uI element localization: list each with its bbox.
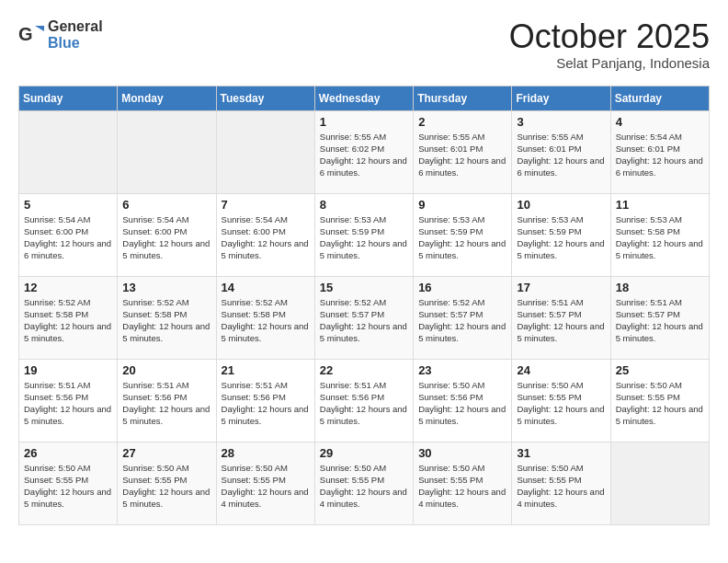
col-header-friday: Friday bbox=[512, 86, 610, 110]
col-header-sunday: Sunday bbox=[19, 86, 118, 110]
day-number: 21 bbox=[222, 363, 310, 377]
cell-info: Sunrise: 5:55 AM Sunset: 6:01 PM Dayligh… bbox=[517, 131, 605, 179]
calendar-cell: 19Sunrise: 5:51 AM Sunset: 5:56 PM Dayli… bbox=[19, 359, 118, 442]
day-number: 17 bbox=[517, 281, 605, 294]
calendar-header-row: SundayMondayTuesdayWednesdayThursdayFrid… bbox=[19, 86, 710, 110]
calendar-cell: 4Sunrise: 5:54 AM Sunset: 6:01 PM Daylig… bbox=[610, 110, 709, 193]
day-number: 30 bbox=[418, 446, 506, 460]
day-number: 8 bbox=[320, 198, 408, 212]
calendar-cell: 18Sunrise: 5:51 AM Sunset: 5:57 PM Dayli… bbox=[610, 276, 709, 359]
day-number: 14 bbox=[222, 281, 310, 294]
calendar-cell: 13Sunrise: 5:52 AM Sunset: 5:58 PM Dayli… bbox=[118, 276, 216, 359]
calendar-body: 1Sunrise: 5:55 AM Sunset: 6:02 PM Daylig… bbox=[19, 110, 710, 524]
cell-info: Sunrise: 5:50 AM Sunset: 5:55 PM Dayligh… bbox=[517, 379, 605, 428]
cell-info: Sunrise: 5:52 AM Sunset: 5:58 PM Dayligh… bbox=[222, 296, 310, 345]
calendar-cell: 6Sunrise: 5:54 AM Sunset: 6:00 PM Daylig… bbox=[118, 193, 216, 276]
cell-info: Sunrise: 5:50 AM Sunset: 5:55 PM Dayligh… bbox=[320, 462, 408, 511]
calendar-cell: 17Sunrise: 5:51 AM Sunset: 5:57 PM Dayli… bbox=[512, 276, 610, 359]
calendar-cell bbox=[610, 442, 709, 524]
cell-info: Sunrise: 5:54 AM Sunset: 6:00 PM Dayligh… bbox=[222, 213, 310, 262]
calendar-cell: 7Sunrise: 5:54 AM Sunset: 6:00 PM Daylig… bbox=[216, 193, 314, 276]
calendar-cell: 5Sunrise: 5:54 AM Sunset: 6:00 PM Daylig… bbox=[19, 193, 118, 276]
calendar-cell bbox=[19, 110, 118, 193]
cell-info: Sunrise: 5:51 AM Sunset: 5:57 PM Dayligh… bbox=[517, 296, 605, 345]
cell-info: Sunrise: 5:51 AM Sunset: 5:57 PM Dayligh… bbox=[616, 296, 704, 345]
cell-info: Sunrise: 5:53 AM Sunset: 5:59 PM Dayligh… bbox=[517, 213, 605, 262]
day-number: 7 bbox=[222, 198, 310, 212]
calendar-cell: 30Sunrise: 5:50 AM Sunset: 5:55 PM Dayli… bbox=[414, 442, 512, 524]
calendar-cell: 27Sunrise: 5:50 AM Sunset: 5:55 PM Dayli… bbox=[118, 442, 216, 524]
col-header-saturday: Saturday bbox=[610, 86, 709, 110]
cell-info: Sunrise: 5:51 AM Sunset: 5:56 PM Dayligh… bbox=[222, 379, 310, 428]
calendar-cell: 11Sunrise: 5:53 AM Sunset: 5:58 PM Dayli… bbox=[610, 193, 709, 276]
cell-info: Sunrise: 5:54 AM Sunset: 6:01 PM Dayligh… bbox=[616, 131, 704, 179]
svg-text:G: G bbox=[18, 24, 33, 44]
calendar-cell: 2Sunrise: 5:55 AM Sunset: 6:01 PM Daylig… bbox=[414, 110, 512, 193]
cell-info: Sunrise: 5:50 AM Sunset: 5:55 PM Dayligh… bbox=[517, 462, 605, 511]
col-header-wednesday: Wednesday bbox=[314, 86, 413, 110]
week-row-3: 12Sunrise: 5:52 AM Sunset: 5:58 PM Dayli… bbox=[19, 276, 710, 359]
calendar-cell: 3Sunrise: 5:55 AM Sunset: 6:01 PM Daylig… bbox=[512, 110, 610, 193]
calendar-cell: 12Sunrise: 5:52 AM Sunset: 5:58 PM Dayli… bbox=[19, 276, 118, 359]
cell-info: Sunrise: 5:52 AM Sunset: 5:57 PM Dayligh… bbox=[320, 296, 408, 345]
calendar-cell: 28Sunrise: 5:50 AM Sunset: 5:55 PM Dayli… bbox=[216, 442, 314, 524]
day-number: 26 bbox=[24, 446, 112, 460]
week-row-5: 26Sunrise: 5:50 AM Sunset: 5:55 PM Dayli… bbox=[19, 442, 710, 524]
col-header-tuesday: Tuesday bbox=[216, 86, 314, 110]
cell-info: Sunrise: 5:51 AM Sunset: 5:56 PM Dayligh… bbox=[24, 379, 112, 428]
calendar-cell: 25Sunrise: 5:50 AM Sunset: 5:55 PM Dayli… bbox=[610, 359, 709, 442]
logo-general: General bbox=[48, 18, 103, 35]
day-number: 29 bbox=[320, 446, 408, 460]
calendar-cell: 9Sunrise: 5:53 AM Sunset: 5:59 PM Daylig… bbox=[414, 193, 512, 276]
calendar-cell bbox=[216, 110, 314, 193]
calendar-cell: 16Sunrise: 5:52 AM Sunset: 5:57 PM Dayli… bbox=[414, 276, 512, 359]
cell-info: Sunrise: 5:50 AM Sunset: 5:55 PM Dayligh… bbox=[616, 379, 704, 428]
title-area: October 2025 Selat Panjang, Indonesia bbox=[509, 18, 710, 71]
cell-info: Sunrise: 5:50 AM Sunset: 5:55 PM Dayligh… bbox=[122, 462, 210, 511]
calendar-cell: 31Sunrise: 5:50 AM Sunset: 5:55 PM Dayli… bbox=[512, 442, 610, 524]
day-number: 25 bbox=[616, 363, 704, 377]
day-number: 18 bbox=[616, 281, 704, 294]
logo-blue: Blue bbox=[48, 35, 103, 52]
calendar-cell: 8Sunrise: 5:53 AM Sunset: 5:59 PM Daylig… bbox=[314, 193, 413, 276]
day-number: 11 bbox=[616, 198, 704, 212]
day-number: 4 bbox=[616, 115, 704, 129]
svg-marker-1 bbox=[35, 26, 44, 31]
week-row-4: 19Sunrise: 5:51 AM Sunset: 5:56 PM Dayli… bbox=[19, 359, 710, 442]
day-number: 5 bbox=[24, 198, 112, 212]
calendar-cell bbox=[118, 110, 216, 193]
col-header-monday: Monday bbox=[118, 86, 216, 110]
cell-info: Sunrise: 5:53 AM Sunset: 5:58 PM Dayligh… bbox=[616, 213, 704, 262]
day-number: 19 bbox=[24, 363, 112, 377]
calendar-cell: 23Sunrise: 5:50 AM Sunset: 5:56 PM Dayli… bbox=[414, 359, 512, 442]
cell-info: Sunrise: 5:53 AM Sunset: 5:59 PM Dayligh… bbox=[320, 213, 408, 262]
day-number: 24 bbox=[517, 363, 605, 377]
cell-info: Sunrise: 5:55 AM Sunset: 6:02 PM Dayligh… bbox=[320, 131, 408, 179]
week-row-2: 5Sunrise: 5:54 AM Sunset: 6:00 PM Daylig… bbox=[19, 193, 710, 276]
day-number: 1 bbox=[320, 115, 408, 129]
day-number: 2 bbox=[418, 115, 506, 129]
day-number: 28 bbox=[222, 446, 310, 460]
calendar-cell: 14Sunrise: 5:52 AM Sunset: 5:58 PM Dayli… bbox=[216, 276, 314, 359]
day-number: 16 bbox=[418, 281, 506, 294]
logo: G General Blue bbox=[18, 18, 103, 51]
cell-info: Sunrise: 5:54 AM Sunset: 6:00 PM Dayligh… bbox=[24, 213, 112, 262]
cell-info: Sunrise: 5:50 AM Sunset: 5:55 PM Dayligh… bbox=[222, 462, 310, 511]
cell-info: Sunrise: 5:52 AM Sunset: 5:58 PM Dayligh… bbox=[24, 296, 112, 345]
col-header-thursday: Thursday bbox=[414, 86, 512, 110]
calendar-cell: 22Sunrise: 5:51 AM Sunset: 5:56 PM Dayli… bbox=[314, 359, 413, 442]
cell-info: Sunrise: 5:55 AM Sunset: 6:01 PM Dayligh… bbox=[418, 131, 506, 179]
cell-info: Sunrise: 5:52 AM Sunset: 5:57 PM Dayligh… bbox=[418, 296, 506, 345]
day-number: 31 bbox=[517, 446, 605, 460]
calendar-cell: 15Sunrise: 5:52 AM Sunset: 5:57 PM Dayli… bbox=[314, 276, 413, 359]
day-number: 12 bbox=[24, 281, 112, 294]
day-number: 13 bbox=[122, 281, 210, 294]
day-number: 23 bbox=[418, 363, 506, 377]
cell-info: Sunrise: 5:54 AM Sunset: 6:00 PM Dayligh… bbox=[122, 213, 210, 262]
cell-info: Sunrise: 5:51 AM Sunset: 5:56 PM Dayligh… bbox=[320, 379, 408, 428]
day-number: 22 bbox=[320, 363, 408, 377]
calendar-cell: 1Sunrise: 5:55 AM Sunset: 6:02 PM Daylig… bbox=[314, 110, 413, 193]
day-number: 3 bbox=[517, 115, 605, 129]
month-title: October 2025 bbox=[509, 18, 710, 55]
location: Selat Panjang, Indonesia bbox=[509, 55, 710, 71]
